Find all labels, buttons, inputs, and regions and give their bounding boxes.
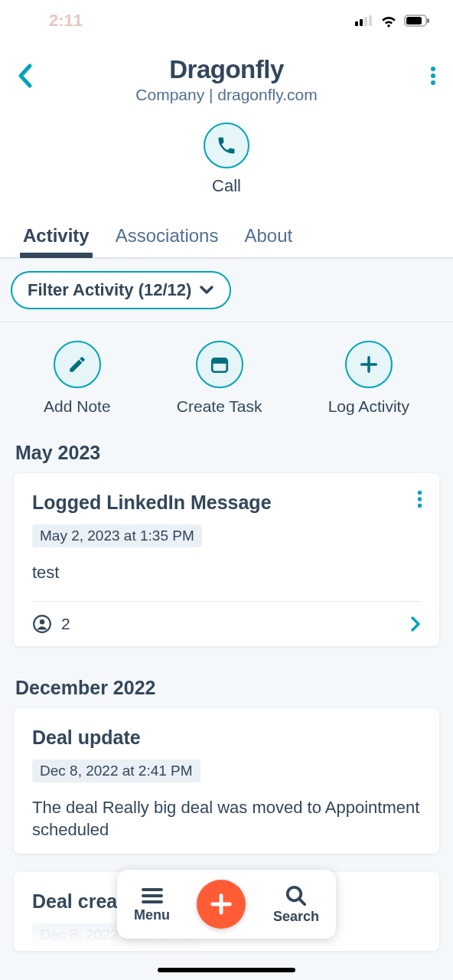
svg-rect-6: [427, 18, 429, 23]
svg-rect-0: [355, 21, 358, 26]
wifi-icon: [380, 14, 398, 28]
create-button[interactable]: [197, 880, 246, 929]
tab-associations[interactable]: Associations: [116, 217, 219, 257]
status-icons: [355, 14, 430, 28]
cellular-icon: [355, 15, 373, 26]
plus-icon: [208, 891, 234, 917]
add-note-label: Add Note: [44, 397, 111, 416]
company-name: Dragonfly: [12, 55, 441, 84]
card-footer: 2: [32, 601, 421, 634]
log-activity-label: Log Activity: [328, 397, 409, 416]
menu-button[interactable]: Menu: [134, 886, 170, 923]
menu-icon: [140, 886, 165, 906]
kebab-icon: [417, 490, 422, 508]
svg-point-9: [431, 80, 435, 85]
associations-count[interactable]: 2: [32, 614, 70, 634]
status-bar: 2:11: [0, 0, 453, 41]
plus-icon: [358, 354, 380, 375]
card-body: The deal Really big deal was moved to Ap…: [32, 796, 421, 841]
quick-actions: Add Note Create Task Log Activity: [0, 322, 453, 430]
tabs: Activity Associations About: [0, 217, 453, 258]
filter-activity-button[interactable]: Filter Activity (12/12): [11, 271, 231, 309]
card-timestamp: May 2, 2023 at 1:35 PM: [32, 524, 202, 547]
kebab-icon: [430, 66, 436, 86]
log-activity-button[interactable]: Log Activity: [328, 341, 409, 416]
svg-rect-1: [360, 19, 363, 26]
tab-about[interactable]: About: [244, 217, 292, 257]
create-task-label: Create Task: [177, 397, 262, 416]
chevron-left-icon: [17, 63, 34, 89]
chevron-right-icon: [410, 616, 421, 632]
svg-rect-3: [369, 15, 372, 26]
card-title: Deal update: [32, 727, 421, 749]
search-icon: [285, 884, 308, 907]
svg-point-13: [418, 497, 422, 501]
svg-point-12: [418, 491, 422, 495]
home-indicator: [158, 968, 295, 972]
activity-card[interactable]: Deal update Dec 8, 2022 at 2:41 PM The d…: [14, 708, 439, 854]
call-button[interactable]: [204, 122, 249, 168]
call-label: Call: [212, 176, 241, 196]
calendar-icon: [210, 354, 230, 374]
card-overflow-button[interactable]: [417, 490, 422, 508]
card-title: Logged LinkedIn Message: [32, 492, 421, 514]
battery-icon: [404, 15, 430, 27]
svg-point-8: [431, 74, 435, 78]
tab-activity[interactable]: Activity: [23, 217, 90, 257]
pencil-icon: [67, 354, 87, 374]
svg-point-16: [40, 619, 45, 625]
menu-label: Menu: [134, 907, 170, 923]
card-body: test: [32, 561, 421, 584]
svg-point-7: [431, 67, 435, 71]
overflow-button[interactable]: [430, 66, 436, 86]
back-button[interactable]: [17, 63, 34, 89]
search-label: Search: [273, 909, 319, 925]
status-time: 2:11: [49, 11, 83, 31]
search-button[interactable]: Search: [273, 884, 319, 925]
section-heading: May 2023: [0, 430, 453, 473]
svg-rect-2: [364, 17, 367, 26]
activity-card[interactable]: Logged LinkedIn Message May 2, 2023 at 1…: [14, 473, 439, 646]
filter-bar: Filter Activity (12/12): [0, 258, 453, 322]
filter-label: Filter Activity (12/12): [28, 280, 191, 300]
chevron-down-icon: [199, 285, 214, 296]
company-subtitle: Company | dragonfly.com: [12, 86, 441, 104]
bottom-dock: Menu Search: [117, 870, 336, 939]
section-heading: December 2022: [0, 665, 453, 708]
contacts-icon: [32, 614, 52, 634]
card-timestamp: Dec 8, 2022 at 2:41 PM: [32, 760, 200, 782]
phone-icon: [216, 135, 237, 156]
svg-rect-5: [406, 17, 422, 24]
svg-point-14: [418, 504, 422, 508]
add-note-button[interactable]: Add Note: [44, 341, 111, 416]
record-header: Dragonfly Company | dragonfly.com Call: [0, 41, 453, 196]
svg-rect-11: [212, 358, 227, 364]
create-task-button[interactable]: Create Task: [177, 341, 262, 416]
